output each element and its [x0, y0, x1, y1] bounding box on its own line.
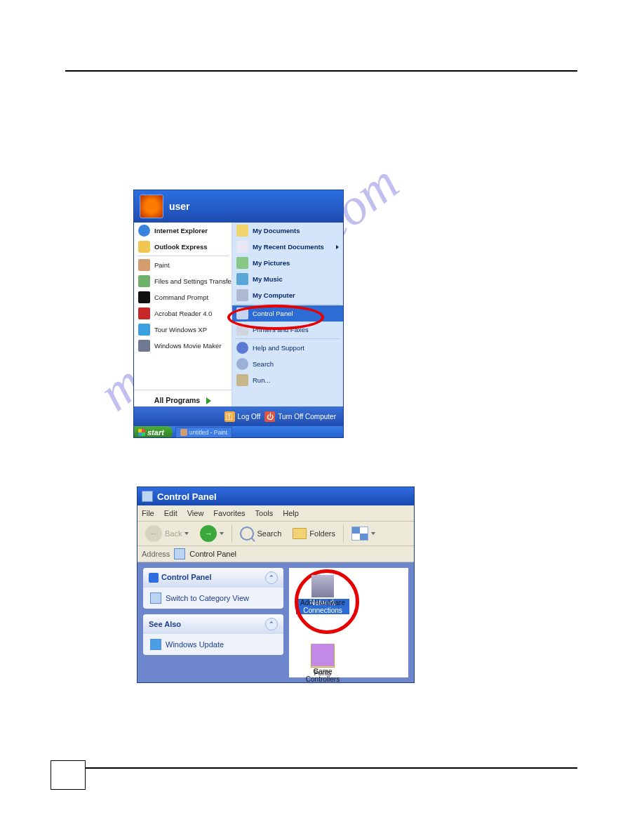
- key-icon: ⚿: [224, 411, 235, 422]
- menu-item-music[interactable]: My Music: [232, 271, 343, 287]
- dropdown-icon: [220, 532, 224, 535]
- forward-button[interactable]: →: [196, 523, 227, 544]
- see-also-panel: See Also ⌃ Windows Update: [143, 614, 283, 655]
- menu-item-documents[interactable]: My Documents: [232, 223, 343, 239]
- menu-item-fst[interactable]: Files and Settings Transfer W...: [134, 273, 232, 289]
- transfer-icon: [138, 275, 150, 287]
- window-title: Control Panel: [157, 491, 217, 502]
- item-add-hardware[interactable]: Add Hardware: [296, 575, 349, 607]
- menu-item-acrobat[interactable]: Acrobat Reader 4.0: [134, 305, 232, 322]
- address-bar: Address Control Panel: [137, 546, 414, 562]
- control-panel-screenshot: Control Panel File Edit View Favorites T…: [137, 486, 415, 683]
- toolbar: ← Back → Search Folders: [137, 522, 414, 546]
- globe-icon: [150, 639, 161, 650]
- music-icon: [236, 273, 248, 285]
- movie-icon: [138, 340, 150, 352]
- views-icon: [351, 527, 368, 541]
- folder-icon: [236, 225, 248, 237]
- control-panel-icon: [150, 593, 161, 604]
- menu-help[interactable]: Help: [283, 509, 299, 517]
- search-icon: [240, 527, 254, 541]
- menu-item-ie[interactable]: Internet Explorer: [134, 223, 232, 239]
- username: user: [169, 201, 190, 212]
- side-pane: Control Panel ⌃ Switch to Category View …: [137, 562, 289, 683]
- menu-item-wmm[interactable]: Windows Movie Maker: [134, 338, 232, 354]
- menu-item-paint[interactable]: Paint: [134, 257, 232, 273]
- taskbar: start untitled - Paint: [134, 426, 343, 438]
- menu-item-search[interactable]: Search: [232, 356, 343, 372]
- menu-item-cmd[interactable]: Command Prompt: [134, 289, 232, 305]
- forward-arrow-icon: →: [200, 525, 217, 542]
- menu-view[interactable]: View: [187, 509, 204, 517]
- search-button[interactable]: Search: [236, 524, 285, 543]
- taskbar-item-paint[interactable]: untitled - Paint: [175, 427, 232, 438]
- content-area: Network Connections Add Hardware Fonts G…: [289, 568, 408, 677]
- logoff-button[interactable]: ⚿Log Off: [224, 411, 261, 422]
- menu-item-pictures[interactable]: My Pictures: [232, 255, 343, 271]
- window-title-bar: Control Panel: [137, 487, 414, 505]
- start-left-column: Internet Explorer Outlook Express Paint …: [134, 223, 232, 406]
- windows-update-link[interactable]: Windows Update: [143, 634, 283, 655]
- menu-item-computer[interactable]: My Computer: [232, 287, 343, 303]
- cmd-icon: [138, 291, 150, 303]
- chevron-right-icon: [336, 245, 339, 249]
- folder-icon: [293, 528, 307, 539]
- pdf-icon: [138, 307, 150, 319]
- tour-icon: [138, 324, 150, 336]
- header-rule: [65, 70, 577, 72]
- paint-icon: [180, 429, 187, 436]
- computer-icon: [236, 289, 248, 301]
- ie-icon: [138, 225, 150, 237]
- address-label: Address: [142, 550, 170, 558]
- menu-item-recent[interactable]: My Recent Documents: [232, 239, 343, 255]
- paint-icon: [138, 259, 150, 271]
- address-value[interactable]: Control Panel: [189, 550, 236, 558]
- help-icon: [236, 342, 248, 354]
- all-programs[interactable]: All Programs: [134, 390, 232, 410]
- start-button[interactable]: start: [134, 426, 173, 438]
- shutdown-button[interactable]: ⏻Turn Off Computer: [264, 411, 336, 422]
- footer-rule: [84, 767, 577, 769]
- back-button[interactable]: ← Back: [142, 523, 192, 544]
- collapse-button[interactable]: ⌃: [265, 618, 278, 630]
- run-icon: [236, 374, 248, 386]
- search-icon: [236, 358, 248, 370]
- menu-item-run[interactable]: Run...: [232, 372, 343, 388]
- user-avatar: [140, 194, 163, 218]
- menu-item-outlook[interactable]: Outlook Express: [134, 239, 232, 255]
- start-menu-header: user: [134, 190, 343, 223]
- menu-item-tour[interactable]: Tour Windows XP: [134, 322, 232, 338]
- annotation-circle: [227, 305, 324, 330]
- windows-logo-icon: [138, 429, 145, 436]
- control-panel-icon: [142, 491, 153, 502]
- switch-view-link[interactable]: Switch to Category View: [143, 588, 283, 609]
- outlook-icon: [138, 241, 150, 253]
- menu-edit[interactable]: Edit: [164, 509, 177, 517]
- play-arrow-icon: [206, 397, 211, 404]
- dropdown-icon: [185, 532, 189, 535]
- control-panel-icon: [174, 548, 185, 560]
- recent-icon: [236, 241, 248, 253]
- views-button[interactable]: [348, 524, 379, 543]
- page-number-box: [51, 760, 86, 790]
- menu-tools[interactable]: Tools: [255, 509, 274, 517]
- shield-icon: [149, 573, 159, 583]
- start-menu-screenshot: user Internet Explorer Outlook Express P…: [133, 190, 344, 438]
- menu-file[interactable]: File: [142, 509, 154, 517]
- menu-item-help[interactable]: Help and Support: [232, 340, 343, 356]
- folders-button[interactable]: Folders: [289, 526, 339, 541]
- power-icon: ⏻: [264, 411, 275, 422]
- menu-favorites[interactable]: Favorites: [213, 509, 245, 517]
- control-panel-tasks: Control Panel ⌃ Switch to Category View: [143, 568, 283, 609]
- gamepad-icon: [311, 644, 334, 666]
- item-game-controllers[interactable]: Game Controllers: [296, 644, 349, 683]
- back-arrow-icon: ←: [145, 525, 162, 542]
- menu-bar: File Edit View Favorites Tools Help: [137, 505, 414, 522]
- panel-title: Control Panel: [161, 573, 212, 581]
- collapse-button[interactable]: ⌃: [265, 571, 278, 584]
- see-also-title: See Also: [149, 620, 181, 628]
- dropdown-icon: [371, 532, 375, 535]
- pictures-icon: [236, 257, 248, 269]
- hardware-icon: [311, 575, 334, 597]
